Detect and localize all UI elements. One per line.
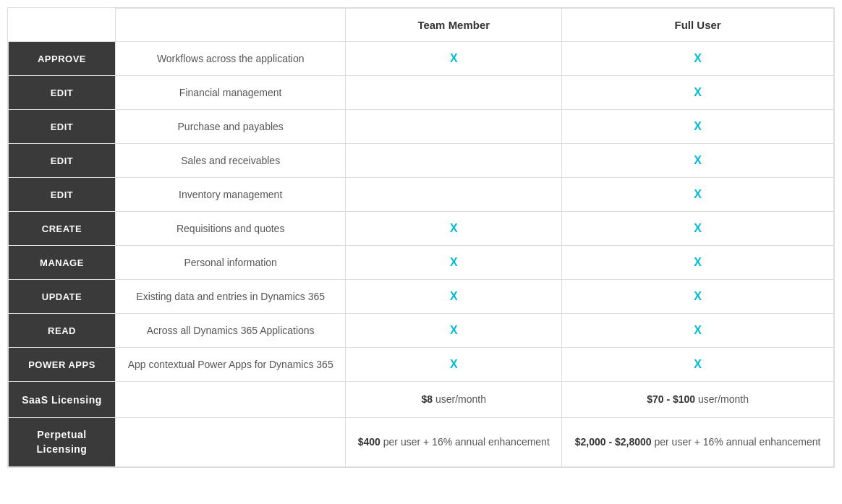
table-row: READAcross all Dynamics 365 Applications… bbox=[9, 314, 834, 348]
table-row: EDITInventory managementX bbox=[9, 178, 834, 212]
full-user-cell: X bbox=[562, 110, 834, 144]
perpetual-team-price: $400 per user + 16% annual enhancement bbox=[346, 418, 562, 467]
action-cell: UPDATE bbox=[9, 280, 116, 314]
team-member-cell bbox=[346, 178, 562, 212]
check-icon: X bbox=[450, 290, 458, 302]
action-cell: EDIT bbox=[9, 144, 116, 178]
action-cell: EDIT bbox=[9, 110, 116, 144]
description-cell: Financial management bbox=[116, 76, 346, 110]
saas-licensing-row: SaaS Licensing$8 user/month$70 - $100 us… bbox=[9, 382, 834, 418]
description-cell: Requisitions and quotes bbox=[116, 212, 346, 246]
full-user-cell: X bbox=[562, 246, 834, 280]
action-cell: READ bbox=[9, 314, 116, 348]
team-member-cell bbox=[346, 76, 562, 110]
check-icon: X bbox=[694, 154, 702, 166]
team-member-header: Team Member bbox=[346, 9, 562, 42]
table-row: CREATERequisitions and quotesXX bbox=[9, 212, 834, 246]
comparison-table: Team Member Full User APPROVEWorkflows a… bbox=[7, 7, 835, 468]
table-row: UPDATEExisting data and entries in Dynam… bbox=[9, 280, 834, 314]
action-cell: CREATE bbox=[9, 212, 116, 246]
description-cell: Personal information bbox=[116, 246, 346, 280]
action-cell: APPROVE bbox=[9, 42, 116, 76]
check-icon: X bbox=[450, 52, 458, 64]
check-icon: X bbox=[450, 256, 458, 268]
full-user-cell: X bbox=[562, 76, 834, 110]
table-row: POWER APPSApp contextual Power Apps for … bbox=[9, 348, 834, 382]
check-icon: X bbox=[694, 52, 702, 64]
full-user-cell: X bbox=[562, 144, 834, 178]
description-cell: App contextual Power Apps for Dynamics 3… bbox=[116, 348, 346, 382]
saas-label: SaaS Licensing bbox=[9, 382, 116, 418]
team-member-cell: X bbox=[346, 246, 562, 280]
description-cell: Across all Dynamics 365 Applications bbox=[116, 314, 346, 348]
check-icon: X bbox=[694, 324, 702, 336]
full-user-cell: X bbox=[562, 314, 834, 348]
check-icon: X bbox=[694, 290, 702, 302]
perpetual-licensing-row: PerpetualLicensing$400 per user + 16% an… bbox=[9, 418, 834, 467]
table-row: EDITSales and receivablesX bbox=[9, 144, 834, 178]
team-member-cell: X bbox=[346, 314, 562, 348]
full-user-header: Full User bbox=[562, 9, 834, 42]
check-icon: X bbox=[450, 358, 458, 370]
table-row: MANAGEPersonal informationXX bbox=[9, 246, 834, 280]
action-cell: POWER APPS bbox=[9, 348, 116, 382]
action-cell: MANAGE bbox=[9, 246, 116, 280]
full-user-cell: X bbox=[562, 178, 834, 212]
action-cell: EDIT bbox=[9, 178, 116, 212]
description-cell: Workflows across the application bbox=[116, 42, 346, 76]
team-member-cell bbox=[346, 144, 562, 178]
col1-header bbox=[9, 9, 116, 42]
check-icon: X bbox=[450, 222, 458, 234]
table-row: EDITFinancial managementX bbox=[9, 76, 834, 110]
full-user-cell: X bbox=[562, 42, 834, 76]
col2-header bbox=[116, 9, 346, 42]
team-member-cell bbox=[346, 110, 562, 144]
team-member-cell: X bbox=[346, 212, 562, 246]
description-cell: Purchase and payables bbox=[116, 110, 346, 144]
check-icon: X bbox=[694, 358, 702, 370]
check-icon: X bbox=[694, 222, 702, 234]
perpetual-full-price: $2,000 - $2,8000 per user + 16% annual e… bbox=[562, 418, 834, 467]
team-member-cell: X bbox=[346, 280, 562, 314]
perpetual-desc bbox=[116, 418, 346, 467]
check-icon: X bbox=[694, 86, 702, 98]
description-cell: Inventory management bbox=[116, 178, 346, 212]
table-row: APPROVEWorkflows across the applicationX… bbox=[9, 42, 834, 76]
full-user-cell: X bbox=[562, 280, 834, 314]
saas-full-price: $70 - $100 user/month bbox=[562, 382, 834, 418]
check-icon: X bbox=[694, 256, 702, 268]
action-cell: EDIT bbox=[9, 76, 116, 110]
team-member-cell: X bbox=[346, 42, 562, 76]
perpetual-label: PerpetualLicensing bbox=[9, 418, 116, 467]
check-icon: X bbox=[694, 188, 702, 200]
saas-team-price: $8 user/month bbox=[346, 382, 562, 418]
description-cell: Sales and receivables bbox=[116, 144, 346, 178]
check-icon: X bbox=[694, 120, 702, 132]
saas-desc bbox=[116, 382, 346, 418]
full-user-cell: X bbox=[562, 212, 834, 246]
table-row: EDITPurchase and payablesX bbox=[9, 110, 834, 144]
description-cell: Existing data and entries in Dynamics 36… bbox=[116, 280, 346, 314]
full-user-cell: X bbox=[562, 348, 834, 382]
team-member-cell: X bbox=[346, 348, 562, 382]
check-icon: X bbox=[450, 324, 458, 336]
